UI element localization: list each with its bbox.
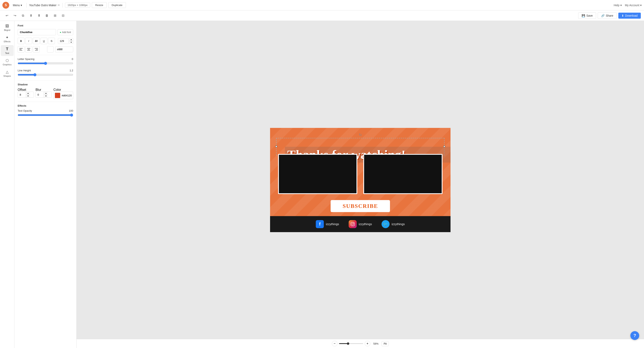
left-panel: Font Chunkfive ● Add font B I BI U S ▲ ▼ <box>14 21 76 348</box>
menu-label: Menu <box>13 4 20 7</box>
share-button[interactable]: 🔗 Share <box>598 12 616 19</box>
sidebar-item-effects[interactable]: ✦ Effects <box>1 34 14 44</box>
save-button[interactable]: 💾 Save <box>578 12 596 19</box>
effects-section-title: Effects <box>18 104 73 107</box>
layer-up-button[interactable]: ⬆︎ <box>35 12 42 19</box>
sidebar-item-text[interactable]: T Text <box>1 45 14 56</box>
sidebar-item-shapes[interactable]: △ Shapes <box>1 68 14 79</box>
instagram-icon <box>349 220 357 228</box>
svg-rect-7 <box>36 49 38 50</box>
shadow-blur-col: Blur ▲ ▼ <box>36 88 52 99</box>
zoom-in-button[interactable]: + <box>365 341 370 346</box>
font-size-up[interactable]: ▲ <box>69 38 73 41</box>
shadow-color-preview <box>55 92 60 98</box>
underline-button[interactable]: U <box>40 38 47 44</box>
strikethrough-button[interactable]: S <box>48 38 55 44</box>
dimensions-badge: 1920px × 1080px <box>65 2 90 8</box>
add-font-button[interactable]: ● Add font <box>58 29 73 35</box>
svg-point-11 <box>354 223 354 223</box>
font-select[interactable]: Chunkfive <box>18 29 56 35</box>
text-color-swatch[interactable] <box>47 46 54 52</box>
plus-icon: ● <box>60 31 61 34</box>
color-hex-input[interactable] <box>55 46 73 52</box>
sidebar-item-graphics[interactable]: ⬡ Graphics <box>1 57 14 67</box>
italic-button[interactable]: I <box>25 38 32 44</box>
subscribe-button[interactable]: SUBSCRIBE <box>330 200 390 212</box>
text-opacity-slider[interactable] <box>18 114 73 117</box>
duplicate-button[interactable]: Duplicate <box>108 2 126 8</box>
canvas-background: ↻ Thanks for watching! <box>270 128 450 232</box>
offset-input-row: ▲ ▼ <box>18 92 34 98</box>
edit-icon: ✏ <box>58 4 60 6</box>
resize-button[interactable]: Resize <box>92 2 107 8</box>
blur-input[interactable] <box>36 92 44 98</box>
svg-rect-2 <box>20 50 22 50</box>
zoom-slider[interactable] <box>339 343 363 344</box>
text-icon: T <box>6 47 8 51</box>
delete-button[interactable]: 🗑 <box>43 12 50 19</box>
zoom-out-button[interactable]: − <box>332 341 338 346</box>
bold-italic-button[interactable]: BI <box>33 38 40 44</box>
title-selection-box[interactable]: Thanks for watching! <box>276 138 444 155</box>
share-icon: 🔗 <box>601 14 604 17</box>
video-panel-left[interactable] <box>278 154 357 194</box>
grid-button[interactable]: ⊞ <box>51 12 58 19</box>
my-account-button[interactable]: My Account ▾ <box>625 4 642 7</box>
sidebar-item-label: Bkgnd <box>4 29 10 31</box>
shapes-icon: △ <box>6 70 8 74</box>
offset-down[interactable]: ▼ <box>26 94 30 98</box>
selection-handle-left[interactable] <box>275 146 277 148</box>
offset-up[interactable]: ▲ <box>26 92 30 94</box>
align-left-button[interactable] <box>18 46 24 52</box>
font-size-down[interactable]: ▼ <box>69 41 73 44</box>
letter-spacing-row: Letter Spacing 0 <box>18 58 73 66</box>
text-opacity-value: 100 <box>69 109 73 112</box>
font-section-title: Font <box>18 24 73 27</box>
line-height-row: Line Height 1.2 <box>18 69 73 77</box>
rotate-handle[interactable]: ↻ <box>359 133 362 137</box>
text-opacity-row: Text Opacity 100 <box>18 109 73 118</box>
bold-button[interactable]: B <box>18 38 24 44</box>
sidebar-item-label: Graphics <box>2 63 12 66</box>
blur-stepper: ▲ ▼ <box>44 92 48 98</box>
sidebar-item-bkgnd[interactable]: 🖼 Bkgnd <box>1 22 14 33</box>
line-height-slider[interactable] <box>18 73 73 76</box>
svg-rect-6 <box>35 48 38 48</box>
offset-label: Offset <box>18 88 26 92</box>
twitter-handle: izzythings <box>392 222 405 226</box>
main-layout: 🖼 Bkgnd ✦ Effects T Text ⬡ Graphics △ Sh… <box>0 21 644 348</box>
fit-button[interactable]: Fit <box>382 341 389 346</box>
help-bubble[interactable]: ? <box>630 331 639 340</box>
video-panel-right[interactable] <box>363 154 442 194</box>
subscribe-row: SUBSCRIBE <box>278 200 442 212</box>
blur-down[interactable]: ▼ <box>44 94 48 98</box>
topbar-right: Help ▾ My Account ▾ <box>614 4 642 7</box>
video-panels <box>278 154 442 194</box>
align-center-button[interactable] <box>25 46 32 52</box>
social-item-instagram: izzythings <box>349 220 372 228</box>
align-right-button[interactable] <box>33 46 40 52</box>
copy-button[interactable]: ⧉ <box>19 12 26 19</box>
svg-rect-3 <box>27 48 30 48</box>
align-row <box>18 46 73 52</box>
letter-spacing-slider[interactable] <box>18 62 73 65</box>
shadow-color-input[interactable]: #d64120 <box>53 92 73 99</box>
effects-icon: ✦ <box>6 35 8 40</box>
undo-button[interactable]: ↩ <box>3 12 10 19</box>
redo-button[interactable]: ↪ <box>11 12 18 19</box>
format-row: B I BI U S ▲ ▼ <box>18 38 73 44</box>
blur-up[interactable]: ▲ <box>44 92 48 94</box>
blur-label: Blur <box>36 88 41 92</box>
shadow-grid: Offset ▲ ▼ Blur ▲ ▼ <box>18 88 73 99</box>
toolbar-right: 💾 Save 🔗 Share ⬇ Download <box>578 12 641 19</box>
download-icon: ⬇ <box>622 14 624 17</box>
menu-button[interactable]: Menu ▾ <box>11 2 24 8</box>
layer-down-button[interactable]: ⬇︎ <box>27 12 34 19</box>
help-button[interactable]: Help ▾ <box>614 4 622 7</box>
download-button[interactable]: ⬇ Download <box>618 13 641 19</box>
bottom-bar: f izzythings <box>270 216 450 232</box>
align-button[interactable]: ⊟ <box>59 12 66 19</box>
svg-rect-8 <box>35 50 38 50</box>
font-size-input[interactable] <box>58 38 69 44</box>
offset-input[interactable] <box>18 92 26 98</box>
